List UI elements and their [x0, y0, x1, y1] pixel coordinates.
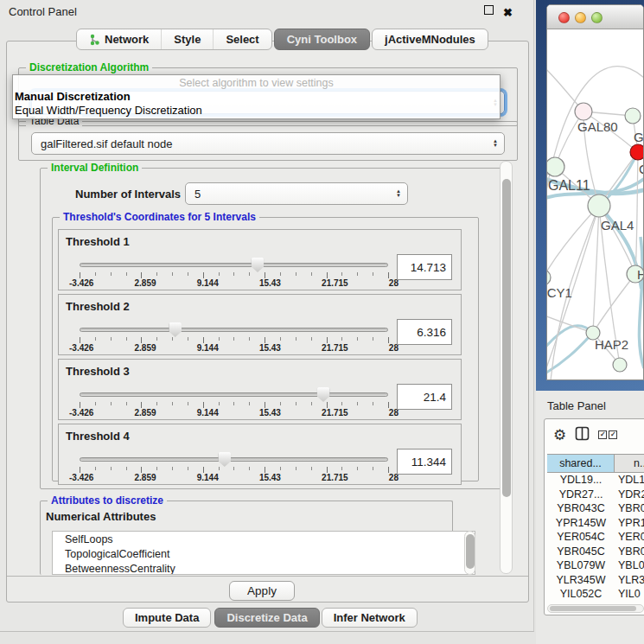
threshold-3-value-field[interactable]: 21.4 — [397, 384, 452, 410]
tab-jactivemnodules[interactable]: jActiveMNodules — [372, 29, 488, 50]
tick-label: -3.426 — [69, 343, 93, 353]
panel-title: Control Panel — [9, 5, 77, 18]
thresholds-group: Threshold's Coordinates for 5 Intervals … — [52, 217, 479, 481]
table-row[interactable]: YIL052C YIL0 — [547, 587, 644, 602]
network-view-frame: GAL80 GA C GAL11 GAL4 GCY1 H HAP2 — [536, 0, 644, 391]
tick-label: 9.144 — [197, 278, 219, 288]
slider-major-ticks — [80, 272, 389, 278]
tick-label: 2.859 — [135, 343, 156, 353]
tab-impute-data[interactable]: Impute Data — [123, 608, 211, 628]
node-label-partial-top-right: GA — [634, 130, 644, 144]
tab-group: Network Style Select — [76, 29, 272, 50]
threshold-1-slider[interactable]: -3.426 2.859 9.144 15.43 21.715 28 — [80, 258, 388, 288]
slider-thumb[interactable] — [317, 387, 330, 402]
stepper-arrows-icon: ▲▼ — [396, 183, 401, 204]
list-item[interactable]: TopologicalCoefficient — [53, 546, 475, 561]
close-icon[interactable]: ✖ — [503, 6, 513, 19]
table-panel: Table Panel ⚙ ✓ ✓ shared... n... YDL19..… — [536, 391, 644, 644]
tick-label: 15.43 — [259, 473, 281, 482]
checkbox-icons[interactable]: ✓ ✓ — [598, 430, 617, 439]
table-data-value: galFiltered.sif default node — [41, 137, 172, 150]
cell: YDR27... — [547, 488, 615, 501]
threshold-4-slider[interactable]: -3.426 2.859 9.144 15.43 21.715 28 — [80, 453, 388, 482]
slider-track[interactable] — [80, 328, 388, 332]
table-row[interactable]: YPR145W YPR1 — [547, 516, 644, 531]
scrollbar-thumb[interactable] — [466, 534, 475, 569]
threshold-label: Threshold 1 — [66, 235, 130, 248]
apply-button[interactable]: Apply — [229, 581, 295, 601]
tick-label: 21.715 — [322, 343, 348, 353]
threshold-1-value-field[interactable]: 14.713 — [397, 254, 452, 280]
table-row[interactable]: YER054C YER0 — [547, 530, 644, 545]
divider — [7, 576, 528, 577]
zoom-traffic-icon[interactable] — [591, 12, 603, 23]
network-window[interactable]: GAL80 GA C GAL11 GAL4 GCY1 H HAP2 — [546, 4, 644, 380]
scrollbar-thumb[interactable] — [502, 179, 511, 497]
network-canvas[interactable]: GAL80 GA C GAL11 GAL4 GCY1 H HAP2 — [547, 29, 644, 380]
table-hscrollbar[interactable] — [547, 604, 644, 613]
list-scrollbar[interactable] — [464, 531, 475, 575]
table-panel-title: Table Panel — [547, 399, 606, 412]
tab-style[interactable]: Style — [162, 29, 214, 49]
table-row[interactable]: YBR045C YBR0 — [547, 545, 644, 559]
tab-label: Cyni Toolbox — [287, 33, 357, 46]
list-item[interactable]: BetweennessCentrality — [53, 561, 475, 575]
numerical-attributes-list[interactable]: SelfLoops TopologicalCoefficient Between… — [52, 531, 475, 575]
slider-tick-labels: -3.426 2.859 9.144 15.43 21.715 28 — [69, 473, 399, 482]
table-row[interactable]: YDL19... YDL1 — [547, 473, 644, 488]
cell: YLR3 — [615, 574, 644, 586]
tab-discretize-data[interactable]: Discretize Data — [214, 608, 319, 628]
num-intervals-combobox[interactable]: 5 ▲▼ — [185, 182, 408, 205]
close-traffic-icon[interactable] — [558, 12, 570, 23]
tick-label: 15.43 — [259, 343, 281, 353]
cell: YIL0 — [615, 588, 644, 600]
tick-label: 15.43 — [259, 408, 281, 418]
cell: YBR043C — [547, 502, 615, 514]
list-item[interactable]: SelfLoops — [53, 532, 475, 546]
cell: YIL052C — [547, 588, 615, 600]
menu-item-manual-discretization[interactable]: Manual Discretization — [15, 90, 131, 103]
menu-item-equal-width-frequency[interactable]: Equal Width/Frequency Discretization — [15, 104, 202, 117]
slider-thumb[interactable] — [218, 452, 231, 467]
checked-box-icon[interactable]: ✓ — [609, 430, 617, 439]
tick-label: 9.144 — [197, 343, 219, 353]
float-window-icon[interactable] — [484, 5, 494, 15]
slider-track[interactable] — [80, 263, 388, 267]
column-header-name[interactable]: n... — [615, 455, 644, 472]
table-row[interactable]: YBL079W YBL0 — [547, 558, 644, 573]
tab-infer-network[interactable]: Infer Network — [322, 608, 418, 628]
table-data-combobox[interactable]: galFiltered.sif default node ▲▼ — [31, 132, 505, 155]
minimize-traffic-icon[interactable] — [575, 12, 586, 23]
column-layout-icon[interactable] — [575, 426, 590, 444]
checked-box-icon[interactable]: ✓ — [598, 430, 607, 439]
tab-network[interactable]: Network — [77, 29, 162, 49]
column-header-shared[interactable]: shared... — [547, 455, 615, 472]
threshold-2-slider[interactable]: -3.426 2.859 9.144 15.43 21.715 28 — [80, 323, 388, 353]
threshold-4-value-field[interactable]: 11.344 — [397, 449, 452, 475]
tab-select[interactable]: Select — [214, 29, 271, 49]
attributes-group: Attributes to discretize Numerical Attri… — [40, 501, 453, 575]
gear-icon[interactable]: ⚙ — [553, 426, 566, 444]
scrollbar-thumb[interactable] — [550, 606, 636, 611]
table-toolbar: ⚙ ✓ ✓ — [545, 419, 644, 450]
slider-major-ticks — [80, 337, 389, 343]
tick-label: 2.859 — [135, 473, 156, 482]
threshold-2-panel: Threshold 2 -3.426 2.859 9.144 15.43 21.… — [58, 294, 462, 355]
table-header-row: shared... n... — [547, 454, 644, 473]
group-title: Attributes to discretize — [48, 494, 167, 507]
threshold-3-slider[interactable]: -3.426 2.859 9.144 15.43 21.715 28 — [80, 388, 388, 418]
threshold-2-value-field[interactable]: 6.316 — [397, 319, 452, 345]
slider-thumb[interactable] — [251, 258, 264, 272]
slider-track[interactable] — [80, 392, 388, 397]
panel-scrollbar[interactable] — [500, 161, 513, 574]
table-row[interactable]: YBR043C YBR0 — [547, 501, 644, 516]
tab-cyni-toolbox[interactable]: Cyni Toolbox — [274, 29, 370, 50]
table-row[interactable]: YDR27... YDR2 — [547, 488, 644, 502]
top-tab-bar: Network Style Select Cyni Toolbox jActiv… — [76, 29, 488, 50]
slider-thumb[interactable] — [169, 322, 182, 337]
tick-label: 9.144 — [197, 473, 219, 482]
table-row[interactable]: YLR345W YLR3 — [547, 573, 644, 588]
network-edges — [547, 29, 644, 380]
stepper-arrows-icon: ▲▼ — [493, 133, 498, 154]
slider-track[interactable] — [80, 457, 388, 462]
